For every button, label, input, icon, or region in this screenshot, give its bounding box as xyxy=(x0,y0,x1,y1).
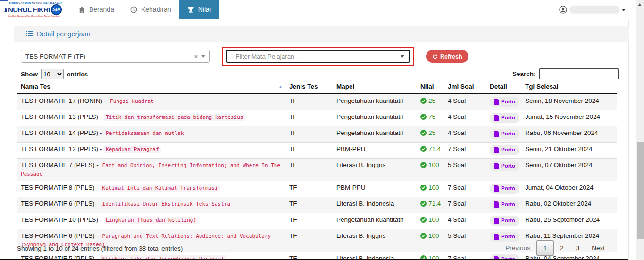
porto-link[interactable]: Porto xyxy=(490,216,519,226)
test-topic: Kepaduan Paragraf xyxy=(104,146,161,153)
cell-mapel: Literasi B. Indonesia xyxy=(333,197,417,213)
col-header-nilai[interactable]: Nilai xyxy=(417,81,444,94)
name-topic-separator: - xyxy=(95,232,100,239)
file-icon xyxy=(494,234,499,240)
table-header-row: Nama Tes ▲ Jenis Tes Mapel Nilai Jml Soa… xyxy=(17,81,617,94)
cell-jml-soal: 5 Soal xyxy=(444,159,486,181)
cell-mapel: PBM-PPU xyxy=(333,181,417,197)
name-topic-separator: - xyxy=(95,184,100,191)
cell-nama-tes: TES FORMATIF 8 (PPLS) - Kalimat Inti dan… xyxy=(17,181,285,197)
check-circle-icon xyxy=(420,233,427,239)
scrollbar-up-arrow-icon[interactable] xyxy=(638,3,642,6)
refresh-button[interactable]: Refresh xyxy=(426,50,468,63)
porto-link[interactable]: Porto xyxy=(490,145,519,155)
cell-detail: Porto xyxy=(486,110,521,126)
pagination-next[interactable]: Next xyxy=(585,240,611,256)
grades-table: Nama Tes ▲ Jenis Tes Mapel Nilai Jml Soa… xyxy=(17,81,617,260)
porto-link[interactable]: Porto xyxy=(490,113,519,123)
cell-nama-tes: TES FORMATIF 14 (PPLS) - Pertidaksamaan … xyxy=(17,126,285,143)
search-input[interactable] xyxy=(539,68,619,79)
porto-link[interactable]: Porto xyxy=(490,129,519,139)
test-name: TES FORMATIF 12 (PPLS) xyxy=(21,145,98,152)
score-value: 71.4 xyxy=(428,145,441,153)
test-name: TES FORMATIF 6 (PPLS) xyxy=(21,232,95,239)
nav-item-nilai[interactable]: Nilai xyxy=(179,0,219,19)
test-name: TES FORMATIF 8 (PPLS) xyxy=(21,184,95,191)
clear-selection-icon[interactable]: × xyxy=(190,53,201,60)
name-topic-separator: - xyxy=(98,145,104,152)
app-logo[interactable]: BIMBINGAN DAN KONSULTASI BELAJAR NURUL F… xyxy=(4,0,62,19)
content-edge-line xyxy=(628,20,629,260)
test-name: TES FORMATIF 6 (PPLS) xyxy=(21,200,95,207)
porto-link[interactable]: Porto xyxy=(490,97,519,107)
name-topic-separator: - xyxy=(95,200,100,207)
col-header-nama-tes[interactable]: Nama Tes ▲ xyxy=(17,81,285,94)
cell-detail: Porto xyxy=(486,181,521,197)
test-type-select[interactable]: TES FORMATIF (TF) × xyxy=(21,50,210,63)
col-header-tgl-selesai[interactable]: Tgl Selesai xyxy=(521,81,617,94)
test-topic: Pertidaksamaan dan mutlak xyxy=(104,130,186,137)
page-length-select[interactable]: 10 xyxy=(41,69,64,79)
pagination-page-2[interactable]: 2 xyxy=(554,240,570,256)
score-value: 75 xyxy=(428,113,435,121)
check-circle-icon xyxy=(420,217,427,223)
nav-item-label: Kehadiran xyxy=(141,6,171,13)
cell-mapel: Pengetahuan kuantitatif xyxy=(333,213,417,229)
cell-jml-soal: 4 Soal xyxy=(444,110,486,126)
subject-filter-select[interactable]: - Filter Mata Pelajaran - xyxy=(226,50,410,63)
home-icon xyxy=(78,6,85,13)
cell-nilai: 71.4 xyxy=(417,197,444,213)
cell-tgl-selesai: Rabu, 06 November 2024 xyxy=(521,126,617,143)
cell-jenis-tes: TF xyxy=(285,213,333,229)
col-header-detail[interactable]: Detail xyxy=(486,81,521,94)
cell-mapel: PBM-PPU xyxy=(333,143,417,159)
cell-mapel: Literasi B. Inggris xyxy=(333,159,417,181)
cell-jml-soal: 7 Soal xyxy=(444,181,486,197)
test-topic: Titik dan transformasi pada bidang karte… xyxy=(104,114,245,121)
scrollbar-thumb[interactable] xyxy=(637,142,644,239)
porto-label: Porto xyxy=(501,185,515,193)
col-header-mapel[interactable]: Mapel xyxy=(333,81,417,94)
porto-link[interactable]: Porto xyxy=(490,161,519,171)
cell-tgl-selesai: Rabu, 02 Oktober 2024 xyxy=(521,197,617,213)
vertical-scrollbar[interactable] xyxy=(636,0,644,260)
check-circle-icon xyxy=(420,98,427,104)
cell-mapel: Pengetahuan kuantitatif xyxy=(333,126,417,143)
cell-nilai: 100 xyxy=(417,159,444,181)
window-edge-fragment xyxy=(0,0,8,1)
pagination-previous[interactable]: Previous xyxy=(499,240,536,256)
user-menu[interactable] xyxy=(559,0,626,19)
porto-label: Porto xyxy=(501,217,515,225)
porto-label: Porto xyxy=(501,130,515,138)
cell-jml-soal: 5 Soal xyxy=(444,229,486,252)
nav-item-kehadiran[interactable]: Kehadiran xyxy=(122,0,179,19)
col-header-jml-soal[interactable]: Jml Soal xyxy=(444,81,486,94)
cell-nilai: 100 xyxy=(417,181,444,197)
porto-link[interactable]: Porto xyxy=(490,184,519,194)
logo-tagline: Kita Maju Bersama Kita Menuju Masa Depan… xyxy=(8,15,62,17)
cell-nama-tes: TES FORMATIF 17 (RONIN) - Fungsi kuadrat xyxy=(17,94,285,110)
cell-jml-soal: 4 Soal xyxy=(444,126,486,143)
cell-detail: Porto xyxy=(486,213,521,229)
cell-jenis-tes: TF xyxy=(285,94,333,110)
cell-nilai: 25 xyxy=(417,126,444,143)
nav-item-beranda[interactable]: Beranda xyxy=(70,0,122,19)
sort-asc-icon: ▲ xyxy=(278,84,283,89)
file-icon xyxy=(494,201,499,208)
porto-link[interactable]: Porto xyxy=(490,200,519,210)
cell-tgl-selesai: Jumat, 15 November 2024 xyxy=(521,110,617,126)
cell-nama-tes: TES FORMATIF 10 (PPLS) - Lingkaran (luas… xyxy=(17,213,285,229)
cell-nilai: 100 xyxy=(417,213,444,229)
file-icon xyxy=(494,147,499,153)
pagination-page-1[interactable]: 1 xyxy=(536,240,554,256)
file-icon xyxy=(494,163,499,169)
chevron-down-icon xyxy=(401,55,404,58)
score-value: 25 xyxy=(428,97,435,105)
col-header-jenis-tes[interactable]: Jenis Tes xyxy=(285,81,333,94)
test-name: TES FORMATIF 14 (PPLS) xyxy=(21,129,98,136)
score-value: 25 xyxy=(428,129,435,137)
file-icon xyxy=(494,218,499,224)
pagination-page-3[interactable]: 3 xyxy=(570,240,586,256)
check-circle-icon xyxy=(420,114,427,120)
cell-detail: Porto xyxy=(486,159,521,181)
